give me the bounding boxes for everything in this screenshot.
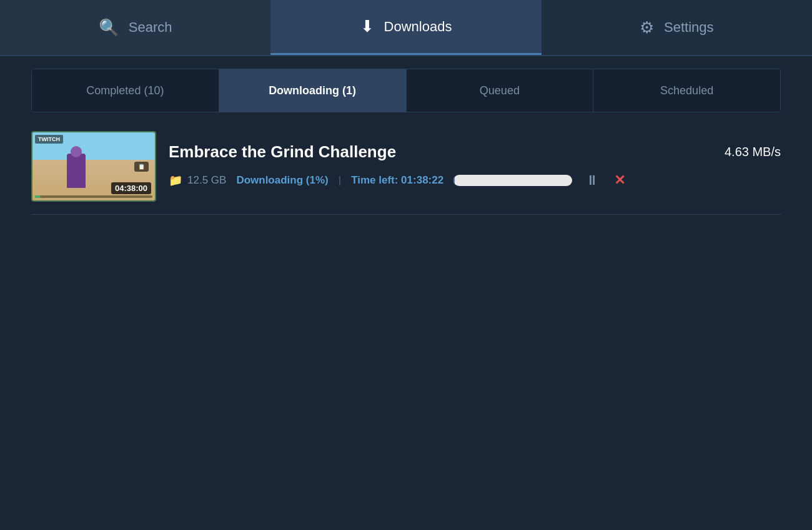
subtab-downloading[interactable]: Downloading (1): [219, 69, 407, 112]
item-time-left: Time left: 01:38:22: [351, 174, 443, 187]
pause-button[interactable]: ⏸: [582, 170, 602, 190]
sub-tabs: Completed (10) Downloading (1) Queued Sc…: [31, 69, 781, 112]
top-navigation: 🔍 Search ⬇ Downloads ⚙ Settings: [0, 0, 812, 56]
tab-downloads-label: Downloads: [384, 19, 452, 35]
thumbnail-mid-overlay: 📋: [134, 162, 149, 172]
item-size: 📁 12.5 GB: [169, 174, 226, 187]
tab-settings-label: Settings: [664, 19, 714, 36]
thumbnail-brand-overlay: TWITCH: [35, 135, 63, 144]
item-status-row: 📁 12.5 GB Downloading (1%) | Time left: …: [169, 170, 781, 190]
action-buttons: ⏸ ✕: [582, 170, 630, 190]
download-list: TWITCH 📋 04:38:00 Embrace the Grind Chal…: [31, 131, 781, 215]
item-size-value: 12.5 GB: [187, 174, 226, 187]
item-speed: 4.63 MB/s: [725, 145, 781, 159]
thumbnail-character: [67, 154, 86, 188]
search-icon: 🔍: [99, 18, 119, 37]
subtab-completed-label: Completed (10): [86, 84, 164, 97]
video-duration: 04:38:00: [111, 182, 151, 194]
subtab-downloading-label: Downloading (1): [269, 84, 356, 97]
thumbnail-progress-bar: [35, 195, 152, 198]
download-item-details: Embrace the Grind Challenge 4.63 MB/s 📁 …: [169, 142, 781, 190]
cancel-button[interactable]: ✕: [610, 170, 630, 190]
download-icon: ⬇: [360, 17, 374, 36]
progress-bar-fill: [453, 175, 455, 186]
subtab-scheduled[interactable]: Scheduled: [593, 69, 780, 112]
table-row: TWITCH 📋 04:38:00 Embrace the Grind Chal…: [31, 131, 781, 215]
subtab-scheduled-label: Scheduled: [660, 84, 713, 97]
subtab-completed[interactable]: Completed (10): [32, 69, 219, 112]
tab-settings[interactable]: ⚙ Settings: [542, 0, 812, 55]
tab-downloads[interactable]: ⬇ Downloads: [270, 0, 541, 55]
subtab-queued-label: Queued: [480, 84, 520, 97]
tab-search-label: Search: [129, 19, 172, 36]
pause-icon: ⏸: [585, 172, 599, 189]
item-title: Embrace the Grind Challenge: [169, 142, 396, 162]
video-thumbnail: TWITCH 📋 04:38:00: [31, 131, 156, 202]
separator: |: [339, 174, 341, 187]
item-status-text: Downloading (1%): [236, 174, 328, 187]
tab-search[interactable]: 🔍 Search: [0, 0, 270, 55]
progress-bar: [453, 175, 572, 186]
close-icon: ✕: [614, 172, 625, 189]
folder-icon: 📁: [169, 174, 182, 187]
item-title-row: Embrace the Grind Challenge 4.63 MB/s: [169, 142, 781, 162]
settings-icon: ⚙: [640, 18, 654, 37]
subtab-queued[interactable]: Queued: [407, 69, 594, 112]
thumbnail-progress-fill: [35, 195, 41, 198]
